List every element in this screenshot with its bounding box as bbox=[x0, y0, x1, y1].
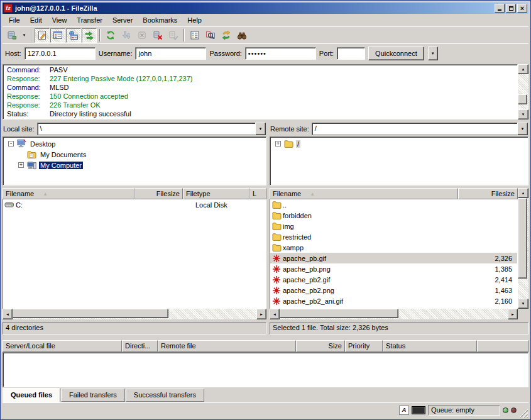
local-hscrollbar[interactable]: ◄ ► bbox=[3, 309, 266, 319]
file-row[interactable]: apache_pb.png1,385 bbox=[270, 263, 517, 274]
site-manager-button[interactable] bbox=[4, 28, 19, 43]
file-row-selected[interactable]: apache_pb.gif2,326 bbox=[270, 253, 517, 263]
queue-body[interactable] bbox=[3, 352, 528, 387]
scrollbar-thumb[interactable] bbox=[280, 309, 398, 318]
close-icon: × bbox=[520, 6, 524, 11]
synchronized-browsing-button[interactable] bbox=[219, 28, 234, 43]
menu-edit[interactable]: Edit bbox=[25, 15, 47, 25]
activity-led-green-icon bbox=[503, 407, 508, 413]
tab-successful-transfers[interactable]: Successful transfers bbox=[126, 389, 204, 402]
tree-item-my-computer[interactable]: + My Computer bbox=[3, 160, 266, 170]
tab-failed-transfers[interactable]: Failed transfers bbox=[61, 389, 125, 402]
image-file-icon bbox=[270, 286, 283, 295]
site-manager-dropdown[interactable]: ▼ bbox=[20, 28, 28, 43]
folder-icon bbox=[270, 211, 283, 219]
tab-queued-files[interactable]: Queued files bbox=[3, 388, 60, 402]
quickconnect-dropdown[interactable]: ▼ bbox=[428, 47, 438, 60]
file-row[interactable]: apache_pb2_ani.gif2,160 bbox=[270, 296, 517, 306]
column-server-local-file[interactable]: Server/Local file bbox=[3, 340, 122, 352]
username-input[interactable] bbox=[135, 47, 206, 60]
scroll-left-icon[interactable]: ◄ bbox=[270, 309, 280, 319]
directory-comparison-button[interactable] bbox=[203, 28, 218, 43]
find-files-button[interactable] bbox=[234, 28, 249, 43]
main-area: Local site: \ ▼ - Desktop My Documents bbox=[3, 121, 528, 338]
scrollbar-thumb[interactable] bbox=[518, 198, 527, 279]
scroll-down-icon[interactable]: ▼ bbox=[518, 299, 528, 309]
host-input[interactable] bbox=[25, 47, 96, 60]
tree-item-root[interactable]: + / bbox=[270, 138, 528, 149]
password-input[interactable] bbox=[245, 47, 316, 60]
scroll-right-icon[interactable]: ► bbox=[508, 309, 518, 319]
port-input[interactable] bbox=[337, 47, 365, 60]
expand-icon[interactable]: + bbox=[18, 162, 24, 168]
column-filesize[interactable]: Filesize bbox=[134, 188, 183, 199]
file-row[interactable]: apache_pb2.gif2,414 bbox=[270, 274, 517, 285]
speedlimit-icon[interactable] bbox=[412, 406, 425, 414]
cancel-button[interactable] bbox=[134, 28, 150, 43]
column-last-modified[interactable]: L bbox=[249, 188, 266, 199]
column-filename[interactable]: Filename▲ bbox=[3, 188, 134, 199]
refresh-button[interactable] bbox=[103, 28, 118, 43]
menu-view[interactable]: View bbox=[47, 15, 72, 25]
resize-grip[interactable] bbox=[519, 409, 528, 417]
message-log-pane[interactable]: Command:PASV Response:227 Entering Passi… bbox=[3, 64, 518, 119]
scroll-down-icon[interactable]: ▼ bbox=[518, 109, 528, 119]
file-row[interactable]: forbidden bbox=[270, 210, 517, 221]
close-button[interactable]: × bbox=[517, 4, 527, 13]
remote-hscrollbar[interactable]: ◄ ► bbox=[270, 309, 518, 319]
menu-bookmarks[interactable]: Bookmarks bbox=[138, 15, 182, 25]
column-filesize[interactable]: Filesize bbox=[458, 188, 518, 199]
tree-item-my-documents[interactable]: My Documents bbox=[3, 149, 266, 160]
file-row[interactable]: restricted bbox=[270, 231, 517, 242]
filter-button[interactable] bbox=[187, 28, 202, 43]
column-status[interactable]: Status bbox=[383, 340, 477, 352]
column-filename[interactable]: Filename▲ bbox=[270, 188, 458, 199]
local-site-value[interactable]: \ bbox=[37, 123, 255, 135]
quickconnect-button[interactable]: Quickconnect bbox=[368, 47, 424, 60]
column-direction[interactable]: Directi... bbox=[122, 340, 158, 352]
scroll-up-icon[interactable]: ▲ bbox=[518, 188, 528, 198]
remote-status-text: Selected 1 file. Total size: 2,326 bytes bbox=[270, 322, 528, 334]
collapse-icon[interactable]: - bbox=[8, 141, 14, 146]
column-size[interactable]: Size bbox=[296, 340, 345, 352]
scroll-up-icon[interactable]: ▲ bbox=[518, 64, 528, 74]
file-row[interactable]: xampp bbox=[270, 242, 517, 253]
disconnect-button[interactable] bbox=[150, 28, 165, 43]
maximize-button[interactable] bbox=[506, 4, 516, 13]
menu-server[interactable]: Server bbox=[107, 15, 138, 25]
menu-file[interactable]: File bbox=[4, 15, 25, 25]
remote-site-combo[interactable]: / ▼ bbox=[312, 123, 528, 135]
menu-transfer[interactable]: Transfer bbox=[72, 15, 107, 25]
file-row[interactable]: img bbox=[270, 221, 517, 231]
toggle-remote-treeview-button[interactable] bbox=[66, 28, 81, 43]
combo-dropdown-icon[interactable]: ▼ bbox=[517, 123, 528, 135]
transfer-type-icon[interactable]: A bbox=[399, 406, 409, 415]
log-line: Response:227 Entering Passive Mode (127,… bbox=[3, 74, 517, 83]
process-queue-button[interactable] bbox=[119, 28, 134, 43]
column-remote-file[interactable]: Remote file bbox=[158, 340, 296, 352]
scrollbar-thumb[interactable] bbox=[13, 309, 168, 318]
column-priority[interactable]: Priority bbox=[345, 340, 383, 352]
reconnect-button[interactable] bbox=[166, 28, 181, 43]
menu-help[interactable]: Help bbox=[182, 15, 207, 25]
log-scrollbar[interactable]: ▲ ▼ bbox=[518, 64, 528, 119]
file-row[interactable]: C: Local Disk bbox=[3, 199, 266, 210]
combo-dropdown-icon[interactable]: ▼ bbox=[255, 123, 266, 135]
expand-icon[interactable]: + bbox=[275, 141, 281, 146]
column-filetype[interactable]: Filetype bbox=[183, 188, 249, 199]
toggle-transfer-queue-button[interactable] bbox=[82, 28, 97, 43]
remote-site-value[interactable]: / bbox=[312, 123, 517, 135]
remote-vscrollbar[interactable]: ▲ ▼ bbox=[518, 188, 528, 319]
my-computer-icon bbox=[26, 161, 36, 170]
file-row[interactable]: .. bbox=[270, 199, 517, 210]
toggle-message-log-button[interactable] bbox=[35, 28, 50, 43]
scroll-right-icon[interactable]: ► bbox=[256, 309, 266, 319]
local-site-combo[interactable]: \ ▼ bbox=[37, 123, 266, 135]
scrollbar-thumb[interactable] bbox=[518, 94, 527, 104]
file-row[interactable]: apache_pb2.png1,463 bbox=[270, 285, 517, 296]
tree-item-desktop[interactable]: - Desktop bbox=[3, 138, 266, 149]
sort-asc-icon: ▲ bbox=[310, 191, 315, 197]
toggle-local-treeview-button[interactable] bbox=[50, 28, 65, 43]
scroll-left-icon[interactable]: ◄ bbox=[3, 309, 13, 319]
minimize-button[interactable] bbox=[495, 4, 505, 13]
